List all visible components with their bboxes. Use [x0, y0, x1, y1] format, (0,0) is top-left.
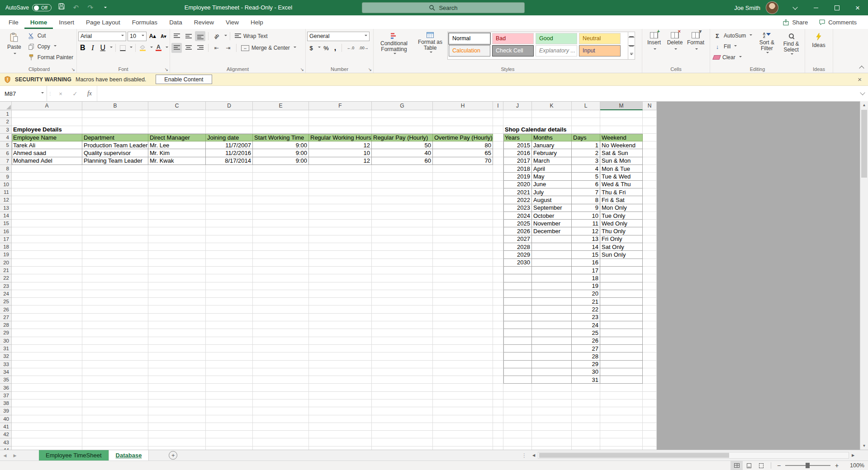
cell-G7[interactable]: 60 — [372, 157, 433, 165]
row-header-41[interactable]: 41 — [0, 423, 12, 431]
scroll-down-button[interactable]: ▼ — [860, 442, 868, 450]
cell-D44[interactable] — [206, 446, 253, 450]
cell-I30[interactable] — [493, 337, 503, 345]
cell-B26[interactable] — [82, 306, 148, 313]
font-color-button[interactable]: A — [154, 43, 163, 53]
cell-I36[interactable] — [493, 384, 503, 391]
cell-M31[interactable] — [600, 345, 643, 352]
alignment-dialog-launcher[interactable]: ↘ — [300, 67, 304, 72]
cell-G15[interactable] — [372, 220, 433, 227]
cell-N41[interactable] — [643, 423, 657, 431]
cell-H2[interactable] — [433, 118, 493, 126]
cell-H37[interactable] — [433, 392, 493, 400]
cell-A27[interactable] — [12, 314, 82, 321]
horizontal-scrollbar[interactable]: ◀ ▶ — [530, 450, 857, 461]
row-header-28[interactable]: 28 — [0, 321, 12, 329]
cell-C41[interactable] — [148, 423, 206, 431]
number-format-combo[interactable]: General — [307, 32, 370, 41]
cell-L8[interactable]: 4 — [572, 165, 600, 173]
cell-L38[interactable] — [572, 400, 600, 407]
cell-M7[interactable]: Sun & Mon — [600, 157, 643, 165]
cell-N17[interactable] — [643, 235, 657, 243]
cell-N2[interactable] — [643, 118, 657, 126]
comments-button[interactable]: Comments — [814, 15, 862, 29]
cell-E36[interactable] — [253, 384, 309, 391]
cell-E18[interactable] — [253, 243, 309, 251]
sheet-tab-employee-timesheet[interactable]: Employee TimeSheet — [39, 450, 109, 461]
cell-F4[interactable]: Regular Working Hours — [309, 134, 372, 141]
cell-L37[interactable] — [572, 392, 600, 400]
cell-H18[interactable] — [433, 243, 493, 251]
cell-B28[interactable] — [82, 321, 148, 329]
cell-A15[interactable] — [12, 220, 82, 227]
cell-F39[interactable] — [309, 407, 372, 415]
cell-C7[interactable]: Mr. Kwak — [148, 157, 206, 165]
cell-B12[interactable] — [82, 196, 148, 204]
cell-G44[interactable] — [372, 446, 433, 450]
cell-D10[interactable] — [206, 181, 253, 188]
cell-L32[interactable]: 28 — [572, 352, 600, 360]
column-header-A[interactable]: A — [12, 102, 82, 110]
cell-N7[interactable] — [643, 157, 657, 165]
cancel-entry-button[interactable]: × — [53, 86, 68, 101]
cell-D20[interactable] — [206, 259, 253, 267]
cell-I32[interactable] — [493, 352, 503, 360]
cell-K39[interactable] — [532, 407, 572, 415]
formula-bar-splitter[interactable]: ⋮ — [47, 86, 53, 101]
cell-A29[interactable] — [12, 329, 82, 337]
cell-N14[interactable] — [643, 212, 657, 220]
increase-indent-button[interactable]: ⇥ — [223, 43, 233, 53]
cell-J16[interactable]: 2026 — [503, 227, 532, 235]
cell-C35[interactable] — [148, 376, 206, 384]
cell-L33[interactable]: 29 — [572, 361, 600, 368]
row-header-27[interactable]: 27 — [0, 314, 12, 321]
cell-N6[interactable] — [643, 149, 657, 157]
formula-input[interactable] — [97, 86, 857, 101]
cell-K32[interactable] — [532, 352, 572, 360]
cell-I41[interactable] — [493, 423, 503, 431]
minimize-button[interactable] — [806, 0, 826, 15]
cell-G21[interactable] — [372, 267, 433, 274]
cell-D7[interactable]: 8/17/2014 — [206, 157, 253, 165]
cell-K27[interactable] — [532, 314, 572, 321]
row-header-40[interactable]: 40 — [0, 415, 12, 423]
cell-G8[interactable] — [372, 165, 433, 173]
cell-E12[interactable] — [253, 196, 309, 204]
cell-F2[interactable] — [309, 118, 372, 126]
cell-C21[interactable] — [148, 267, 206, 274]
cell-B7[interactable]: Planning Team Leader — [82, 157, 148, 165]
cell-N37[interactable] — [643, 392, 657, 400]
cell-M20[interactable] — [600, 259, 643, 267]
cell-H36[interactable] — [433, 384, 493, 391]
cell-A12[interactable] — [12, 196, 82, 204]
cell-N30[interactable] — [643, 337, 657, 345]
cell-D23[interactable] — [206, 282, 253, 290]
cell-D25[interactable] — [206, 298, 253, 306]
cell-F29[interactable] — [309, 329, 372, 337]
cell-K36[interactable] — [532, 384, 572, 391]
cell-M16[interactable]: Thu Only — [600, 227, 643, 235]
cell-B30[interactable] — [82, 337, 148, 345]
merge-center-button[interactable]: ↔Merge & Center — [239, 42, 298, 53]
cell-M14[interactable]: Tue Only — [600, 212, 643, 220]
cell-E34[interactable] — [253, 368, 309, 376]
cell-A39[interactable] — [12, 407, 82, 415]
cell-J41[interactable] — [503, 423, 532, 431]
column-header-M[interactable]: M — [600, 102, 643, 110]
cell-M8[interactable]: Mon & Tue — [600, 165, 643, 173]
number-dialog-launcher[interactable]: ↘ — [368, 67, 372, 72]
row-header-31[interactable]: 31 — [0, 345, 12, 352]
cell-N20[interactable] — [643, 259, 657, 267]
cell-L13[interactable]: 9 — [572, 204, 600, 212]
cell-M11[interactable]: Thu & Fri — [600, 188, 643, 196]
cell-E9[interactable] — [253, 173, 309, 180]
cell-E39[interactable] — [253, 407, 309, 415]
cell-I6[interactable] — [493, 149, 503, 157]
bottom-align-button[interactable] — [195, 31, 205, 41]
cell-A16[interactable] — [12, 227, 82, 235]
column-header-I[interactable]: I — [493, 102, 503, 110]
cell-H35[interactable] — [433, 376, 493, 384]
cell-B16[interactable] — [82, 227, 148, 235]
cell-L39[interactable] — [572, 407, 600, 415]
conditional-formatting-button[interactable]: Conditional Formatting — [375, 30, 413, 65]
